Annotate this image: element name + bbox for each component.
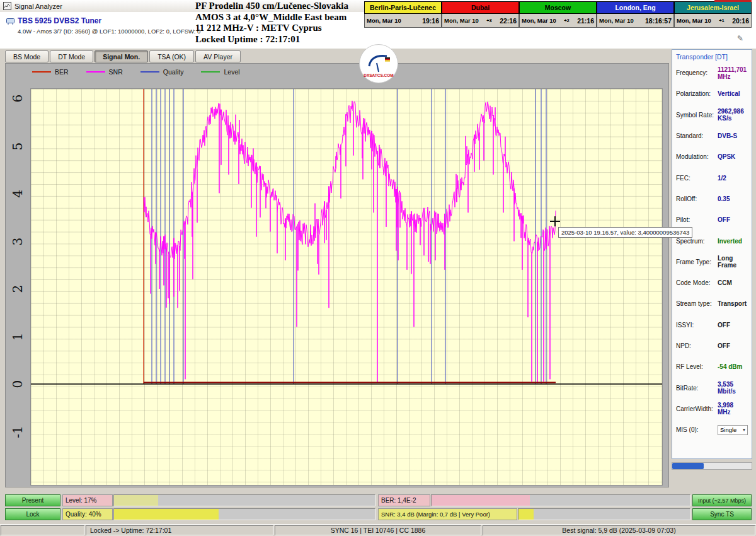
chart-panel: BERSNRQualityLevel 6543210-1 [5, 63, 669, 487]
y-axis-label: 5 [9, 138, 26, 154]
transponder-row-label: BitRate: [676, 385, 718, 392]
legend-quality: Quality [140, 68, 184, 76]
transponder-row-value: 0.35 [718, 195, 730, 202]
present-indicator: Present [5, 494, 60, 506]
tab-signal-mon-[interactable]: Signal Mon. [94, 50, 148, 62]
y-axis-label: 3 [9, 233, 26, 250]
site-info-line: PF Prodelin 450 cm/Lučenec-Slovakia [195, 1, 348, 12]
transponder-row-value: 3,998 MHz [718, 402, 748, 416]
level-label: Level: 17% [62, 494, 113, 506]
mode-tabs: BS ModeDT ModeSignal Mon.TSA (OK)AV Play… [5, 50, 241, 62]
transponder-row-label: Modulation: [676, 153, 718, 160]
transponder-row-value: Transport [718, 300, 747, 307]
y-axis-label: -1 [9, 424, 26, 440]
statusbar: Locked -> Uptime: 72:17:01 SYNC 16 | TEI… [0, 524, 756, 536]
transponder-row-label: CarrierWidth: [676, 405, 718, 412]
transponder-title: Transponder [DT] [672, 50, 752, 62]
statusbar-sync-status: SYNC 16 | TEI 10746 | CC 1886 [275, 525, 481, 535]
clock-0: Berlin-Paris-LučenecMon, Mar 1019:16 [364, 1, 442, 28]
signal-chart [31, 89, 662, 485]
transponder-row: RF Level:-54 dBm [672, 356, 752, 377]
legend-swatch [32, 71, 51, 73]
dropdown-arrow-icon: ▾ [743, 427, 745, 433]
tab-bs-mode[interactable]: BS Mode [5, 50, 49, 62]
clock-time-value: 22:16 [500, 17, 517, 25]
plot-area[interactable] [31, 89, 662, 485]
transponder-row: Modulation:QPSK [672, 146, 752, 167]
legend-ber: BER [32, 68, 69, 76]
transponder-row-value: Inverted [718, 238, 742, 245]
chart-legend: BERSNRQualityLevel [32, 68, 240, 76]
legend-label: Level [224, 68, 239, 76]
level-bar [113, 494, 375, 506]
legend-swatch [86, 71, 105, 73]
legend-level: Level [201, 68, 239, 76]
tab-av-player[interactable]: AV Player [195, 50, 241, 62]
clock-city-label: Jerusalem-Israel [674, 1, 752, 14]
transponder-row-value: Vertical [718, 90, 740, 97]
clock-time-value: 21:16 [577, 17, 594, 25]
transponder-hscrollbar[interactable] [672, 462, 752, 470]
transponder-row: Frequency:11211,701 MHz [672, 62, 752, 83]
app-icon [3, 2, 11, 10]
transponder-row-value: OFF [718, 216, 730, 223]
transponder-row-label: MIS (0): [676, 426, 718, 433]
y-axis-label: 0 [9, 376, 26, 392]
transponder-row: Polarization:Vertical [672, 83, 752, 104]
site-info-line: AMOS 3 at 4,0°W_Middle East beam [195, 12, 348, 23]
tab-dt-mode[interactable]: DT Mode [50, 50, 93, 62]
transponder-row-value: OFF [718, 342, 730, 349]
clock-datetime: Mon, Mar 1019:16 [364, 14, 442, 28]
legend-label: SNR [109, 68, 123, 76]
snr-trace [144, 101, 556, 383]
clock-1: DubaiMon, Mar 10+322:16 [442, 1, 519, 28]
chart-tooltip: 2025-03-10 19.16.57, value: 3,4000000953… [558, 227, 692, 238]
clock-datetime: Mon, Mar 1018:16:57 [597, 14, 674, 28]
clock-time-value: 20:16 [732, 17, 749, 25]
site-info-line: Locked Uptime : 72:17:01 [195, 34, 348, 45]
transponder-row-label: Standard: [676, 132, 718, 139]
clock-offset: +1 [719, 18, 724, 23]
site-info-line: 11 212 MHz-V : METV Cyprus [195, 23, 348, 34]
level-fill [114, 495, 158, 506]
quality-bar [113, 508, 375, 520]
transponder-row: FEC:1/2 [672, 167, 752, 188]
sync-indicator: Sync TS [692, 508, 752, 520]
snr-label: SNR: 3,4 dB (Margin: 0,7 dB | Very Poor) [378, 508, 517, 520]
statusbar-lock-status: Locked -> Uptime: 72:17:01 [86, 525, 273, 535]
tab-tsa-ok-[interactable]: TSA (OK) [149, 50, 194, 62]
statusbar-spacer [1, 525, 84, 535]
site-info: PF Prodelin 450 cm/Lučenec-SlovakiaAMOS … [195, 1, 348, 45]
transponder-row-label: Frame Type: [676, 259, 718, 265]
clock-date: Mon, Mar 10 [444, 17, 479, 24]
transponder-row: Frame Type:Long Frame [672, 252, 752, 272]
clock-datetime: Mon, Mar 10+322:16 [442, 14, 519, 28]
app-window: Signal Analyzer TBS 5925 DVBS2 Tuner 4.0… [0, 0, 756, 536]
transponder-row: NPD:OFF [672, 335, 752, 356]
mis-select[interactable]: Single▾ [718, 425, 748, 435]
clock-date: Mon, Mar 10 [522, 17, 556, 24]
ber-label: BER: 1,4E-2 [378, 494, 430, 506]
quality-fill [114, 509, 219, 520]
lock-indicator: Lock [5, 508, 60, 520]
clock-date: Mon, Mar 10 [677, 17, 711, 24]
clock-3: London, EngMon, Mar 1018:16:57 [597, 1, 674, 28]
y-axis-label: 1 [9, 329, 26, 345]
y-axis-label: 4 [9, 185, 26, 202]
ber-bar [431, 494, 690, 506]
transponder-row: Code Mode:CCM [672, 272, 752, 293]
transponder-row-label: Code Mode: [676, 279, 718, 286]
transponder-row-label: NPD: [676, 342, 718, 349]
transponder-panel: Transponder [DT] Frequency:11211,701 MHz… [672, 49, 752, 459]
transponder-row: Stream type:Transport [672, 293, 752, 314]
edit-icon[interactable]: ✎ [737, 34, 743, 43]
clock-offset: +3 [486, 18, 492, 23]
clock-date: Mon, Mar 10 [367, 17, 401, 24]
clock-datetime: Mon, Mar 10+221:16 [519, 14, 597, 28]
transponder-row: MIS (0):Single▾ [672, 419, 752, 440]
transponder-row-label: Stream type: [676, 300, 718, 307]
snr-bar [518, 508, 690, 520]
transponder-row-label: Polarization: [676, 90, 718, 97]
scrollbar-thumb[interactable] [672, 463, 704, 469]
transponder-row: BitRate:3,535 Mbit/s [672, 377, 752, 398]
